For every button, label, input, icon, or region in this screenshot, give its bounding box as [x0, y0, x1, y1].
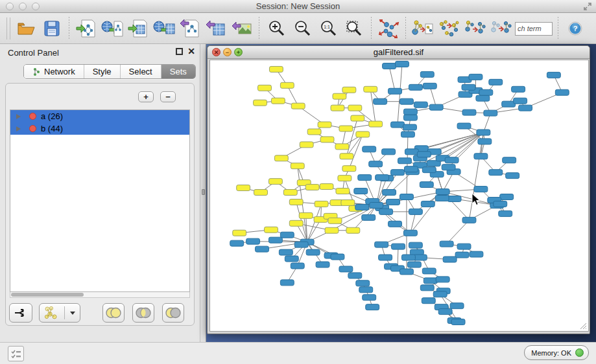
- graph-node[interactable]: [409, 84, 422, 90]
- graph-node[interactable]: [451, 319, 465, 325]
- graph-node[interactable]: [440, 241, 453, 247]
- network-frame[interactable]: ✕ − + galFiltered.sif: [207, 45, 590, 334]
- graph-node[interactable]: [489, 79, 503, 85]
- graph-node[interactable]: [355, 204, 369, 210]
- save-session-button[interactable]: [39, 16, 65, 41]
- graph-node[interactable]: [280, 280, 294, 286]
- graph-node[interactable]: [264, 227, 278, 233]
- graph-node[interactable]: [476, 95, 490, 101]
- graph-node[interactable]: [450, 303, 464, 309]
- graph-node[interactable]: [340, 154, 353, 159]
- export-table-button[interactable]: [203, 16, 229, 41]
- graph-node[interactable]: [383, 190, 396, 196]
- graph-node[interactable]: [438, 309, 452, 315]
- graph-node[interactable]: [409, 242, 422, 248]
- graph-node[interactable]: [328, 218, 342, 223]
- graph-node[interactable]: [346, 227, 360, 233]
- graph-node[interactable]: [503, 157, 516, 163]
- import-network-web-button[interactable]: [99, 16, 125, 41]
- graph-node[interactable]: [307, 129, 321, 135]
- graph-node[interactable]: [387, 199, 400, 205]
- create-set-from-network-dropdown[interactable]: [39, 303, 80, 323]
- graph-node[interactable]: [331, 254, 344, 260]
- zoom-in-button[interactable]: [263, 16, 289, 41]
- graph-node[interactable]: [392, 244, 405, 249]
- graph-node[interactable]: [358, 175, 372, 181]
- graph-node[interactable]: [420, 182, 433, 188]
- graph-node[interactable]: [421, 201, 435, 207]
- graph-node[interactable]: [306, 249, 320, 255]
- tab-select[interactable]: Select: [121, 65, 161, 78]
- graph-node[interactable]: [299, 212, 313, 218]
- remove-set-button[interactable]: −: [160, 91, 176, 102]
- graph-node[interactable]: [506, 173, 519, 179]
- scrollbar-thumb[interactable]: [11, 293, 84, 297]
- add-set-button[interactable]: +: [138, 91, 154, 102]
- graph-node[interactable]: [462, 84, 475, 90]
- task-history-button[interactable]: [8, 346, 24, 361]
- intersect-sets-button[interactable]: [132, 303, 154, 323]
- zoom-out-button[interactable]: [289, 16, 315, 41]
- graph-node[interactable]: [396, 61, 409, 67]
- graph-node[interactable]: [403, 115, 417, 120]
- graph-node[interactable]: [369, 161, 383, 167]
- graph-node[interactable]: [300, 142, 313, 148]
- frame-zoom-button[interactable]: +: [234, 48, 243, 56]
- graph-node[interactable]: [435, 196, 449, 201]
- graph-node[interactable]: [338, 176, 352, 181]
- graph-node[interactable]: [316, 262, 329, 267]
- disclosure-triangle-icon[interactable]: [16, 126, 21, 131]
- graph-node[interactable]: [383, 63, 396, 69]
- graph-node[interactable]: [356, 131, 370, 137]
- graph-node[interactable]: [455, 252, 469, 258]
- graph-node[interactable]: [379, 209, 393, 214]
- graph-node[interactable]: [333, 93, 346, 99]
- graph-node[interactable]: [274, 155, 288, 161]
- graph-node[interactable]: [414, 102, 427, 108]
- zoom-actual-size-button[interactable]: 1:1: [315, 16, 341, 41]
- merge-networks-union-button[interactable]: [436, 16, 462, 41]
- graph-node[interactable]: [294, 242, 308, 247]
- graph-node[interactable]: [555, 89, 569, 95]
- graph-node[interactable]: [354, 188, 368, 194]
- graph-node[interactable]: [462, 217, 476, 223]
- help-button[interactable]: ?: [562, 16, 588, 41]
- graph-node[interactable]: [291, 103, 305, 109]
- graph-node[interactable]: [318, 122, 331, 128]
- graph-node[interactable]: [336, 188, 350, 194]
- graph-node[interactable]: [331, 105, 344, 111]
- graph-node[interactable]: [382, 149, 396, 155]
- graph-node[interactable]: [280, 232, 294, 238]
- graph-node[interactable]: [320, 137, 334, 142]
- graph-node[interactable]: [254, 100, 267, 106]
- graph-node[interactable]: [348, 273, 362, 279]
- search-input[interactable]: [515, 22, 553, 36]
- disclosure-triangle-icon[interactable]: [16, 114, 21, 119]
- list-item-set-a[interactable]: a (26): [10, 110, 189, 122]
- graph-node[interactable]: [359, 287, 373, 293]
- graph-node[interactable]: [375, 175, 389, 181]
- merge-networks-intersection-button[interactable]: [462, 16, 488, 41]
- graph-node[interactable]: [478, 139, 492, 144]
- import-table-web-button[interactable]: [151, 16, 177, 41]
- tab-style[interactable]: Style: [84, 65, 121, 78]
- graph-node[interactable]: [237, 185, 250, 191]
- graph-node[interactable]: [401, 255, 415, 260]
- graph-node[interactable]: [339, 266, 353, 272]
- graph-node[interactable]: [254, 190, 268, 196]
- graph-node[interactable]: [422, 268, 436, 274]
- graph-node[interactable]: [335, 144, 349, 150]
- graph-node[interactable]: [433, 291, 447, 297]
- graph-node[interactable]: [268, 179, 282, 185]
- export-network-button[interactable]: [177, 16, 203, 41]
- graph-node[interactable]: [339, 126, 353, 131]
- graph-node[interactable]: [457, 123, 471, 129]
- float-panel-icon[interactable]: [176, 48, 183, 55]
- horizontal-scrollbar[interactable]: [10, 292, 190, 298]
- graph-node[interactable]: [423, 278, 437, 284]
- graph-node[interactable]: [246, 238, 260, 244]
- graph-node[interactable]: [269, 66, 283, 72]
- graph-node[interactable]: [341, 199, 355, 205]
- toolbar-grip[interactable]: [6, 17, 10, 40]
- graph-node[interactable]: [494, 201, 507, 207]
